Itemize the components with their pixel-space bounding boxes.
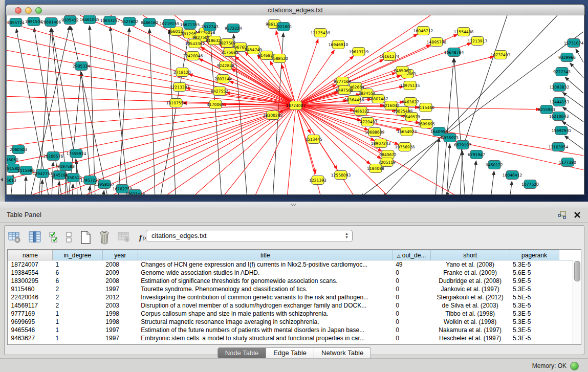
table-row[interactable]: 1938455462009Genome-wide association stu… xyxy=(8,269,581,277)
citation-edge-black[interactable] xyxy=(491,171,494,194)
delete-columns-icon[interactable] xyxy=(98,230,111,245)
graph-node[interactable]: 9463627 xyxy=(402,98,419,106)
citation-edge-black[interactable] xyxy=(576,49,583,62)
citation-edge-black[interactable] xyxy=(90,26,95,194)
citation-edge-black[interactable] xyxy=(510,181,512,194)
column-header-name[interactable]: name xyxy=(8,250,53,260)
graph-node[interactable]: 1588520 xyxy=(271,54,288,63)
citation-edge-black[interactable] xyxy=(447,144,450,194)
citation-edge-black[interactable] xyxy=(460,151,463,194)
column-header-out_de[interactable]: △out_de... xyxy=(393,250,430,260)
graph-node[interactable]: 16648784 xyxy=(444,48,464,57)
graph-node[interactable]: 19613719 xyxy=(349,48,369,56)
graph-node[interactable]: 7485063 xyxy=(394,67,411,75)
graph-node[interactable]: 18107554 xyxy=(166,99,186,107)
graph-node[interactable]: 15692931 xyxy=(552,126,572,135)
graph-node[interactable]: 9197588 xyxy=(57,162,75,171)
column-header-short[interactable]: short xyxy=(430,250,510,260)
table-row[interactable]: 911546021997Tourette syndrome. Phenomeno… xyxy=(8,285,581,293)
graph-node[interactable]: 2718120 xyxy=(173,68,191,77)
graph-node[interactable]: 9227343 xyxy=(553,68,571,76)
graph-node[interactable]: 17359924 xyxy=(67,149,86,158)
table-row[interactable]: 1456911722003Disruption of a novel membe… xyxy=(8,301,581,310)
graph-node[interactable]: 9777169 xyxy=(334,77,351,86)
splitter-handle-icon[interactable] xyxy=(290,203,297,206)
citation-edge-red[interactable] xyxy=(7,96,296,105)
graph-node[interactable]: 16046712 xyxy=(413,27,433,35)
graph-node[interactable]: 1527602 xyxy=(121,17,138,26)
column-header-in_degree[interactable]: in_degree xyxy=(52,250,102,260)
table-row[interactable]: 1830029562008Estimation of significance … xyxy=(8,277,581,285)
citation-edge-black[interactable] xyxy=(52,162,53,194)
graph-node[interactable]: 9699695 xyxy=(418,120,435,128)
graph-node[interactable]: 15654923 xyxy=(397,127,417,136)
graph-node[interactable]: 1184088 xyxy=(367,164,384,173)
table-row[interactable]: 969969511998Structural magnetic resonanc… xyxy=(8,318,581,326)
graph-node[interactable]: 20691406 xyxy=(41,18,61,27)
graph-node[interactable]: 9115460 xyxy=(417,103,434,112)
graph-node[interactable]: 9329966 xyxy=(558,53,576,62)
graph-node[interactable]: 16946910 xyxy=(329,40,349,49)
graph-node[interactable]: 1513445 xyxy=(305,135,322,144)
graph-node[interactable]: 1221393 xyxy=(309,176,326,185)
citation-edge-red[interactable] xyxy=(296,56,494,105)
graph-node[interactable]: 9572224 xyxy=(225,24,242,33)
window-titlebar[interactable]: citations_edges.txt xyxy=(6,5,584,15)
panel-splitter[interactable] xyxy=(0,202,588,208)
graph-node[interactable]: 2055724 xyxy=(7,18,25,27)
citation-edge-black[interactable] xyxy=(110,27,128,194)
graph-node[interactable]: 8215953 xyxy=(538,105,555,114)
citation-edge-black[interactable] xyxy=(25,177,26,194)
new-column-icon[interactable] xyxy=(79,230,92,245)
graph-node[interactable]: 15751074 xyxy=(564,39,584,48)
show-columns-icon[interactable] xyxy=(29,231,42,244)
graph-node[interactable]: 2649579 xyxy=(403,113,420,121)
table-header-row[interactable]: namein_degreeyeartitle△out_de...shortpag… xyxy=(8,250,581,260)
tab-node-table[interactable]: Node Table xyxy=(217,347,267,359)
citation-edge-black[interactable] xyxy=(210,33,222,194)
graph-node[interactable]: 12125439 xyxy=(311,29,331,37)
graph-node[interactable]: 13975135 xyxy=(400,81,420,90)
graph-node[interactable]: 3175685 xyxy=(221,48,238,57)
graph-node[interactable]: 9105432 xyxy=(61,16,79,25)
collapse-arrow-icon[interactable] xyxy=(1,178,3,182)
table-row[interactable]: 946554611997Estimation of the future num… xyxy=(8,326,581,334)
graph-node[interactable]: 6791947 xyxy=(468,150,485,159)
graph-node[interactable]: 1921801 xyxy=(275,23,292,31)
unselect-all-icon[interactable] xyxy=(66,231,73,244)
graph-node[interactable]: 5015013 xyxy=(7,176,16,185)
graph-node[interactable]: 8938923 xyxy=(441,134,459,142)
column-header-pagerank[interactable]: pagerank xyxy=(510,250,559,260)
graph-node[interactable]: 4170061 xyxy=(207,100,224,109)
citation-edge-black[interactable] xyxy=(570,63,583,78)
citation-edge-red[interactable] xyxy=(287,105,296,194)
citation-edge-black[interactable] xyxy=(233,34,247,194)
graph-node[interactable]: 12942757 xyxy=(33,169,53,178)
graph-node[interactable]: 2060503 xyxy=(10,145,27,154)
table-vertical-scrollbar[interactable] xyxy=(573,260,581,344)
graph-node[interactable]: 2905334 xyxy=(73,62,90,71)
citation-edge-black[interactable] xyxy=(149,29,155,194)
graph-node[interactable]: 19737493 xyxy=(491,51,511,59)
citation-edge-black[interactable] xyxy=(58,181,59,194)
citation-edge-red[interactable] xyxy=(7,105,296,181)
tab-edge-table[interactable]: Edge Table xyxy=(266,347,314,359)
graph-node[interactable]: 1077520 xyxy=(521,180,539,189)
table-row[interactable]: 946362711997Embryonic stem cells: a mode… xyxy=(8,334,581,342)
citation-edge-black[interactable] xyxy=(103,190,104,194)
select-all-icon[interactable] xyxy=(49,231,59,244)
graph-node[interactable]: 2016050 xyxy=(7,156,18,164)
citation-edge-red[interactable] xyxy=(222,105,296,194)
table-row[interactable]: 977716911998Corpus callosum shape and si… xyxy=(8,310,581,318)
network-canvas[interactable]: 1872400718300295866012389129541822605898… xyxy=(6,15,584,194)
table-source-select[interactable]: citations_edges.txt ▲▼ xyxy=(146,230,353,242)
citation-edge-black[interactable] xyxy=(471,161,476,194)
citation-edge-red[interactable] xyxy=(21,105,296,194)
close-panel-icon[interactable] xyxy=(574,211,581,218)
tab-network-table[interactable]: Network Table xyxy=(314,347,371,359)
citation-edge-black[interactable] xyxy=(442,58,454,194)
float-panel-icon[interactable] xyxy=(558,211,567,219)
citation-network-graph[interactable]: 1872400718300295866012389129541822605898… xyxy=(7,15,584,194)
graph-node[interactable]: 12213917 xyxy=(468,37,488,46)
graph-node[interactable]: 7512243 xyxy=(201,23,219,31)
